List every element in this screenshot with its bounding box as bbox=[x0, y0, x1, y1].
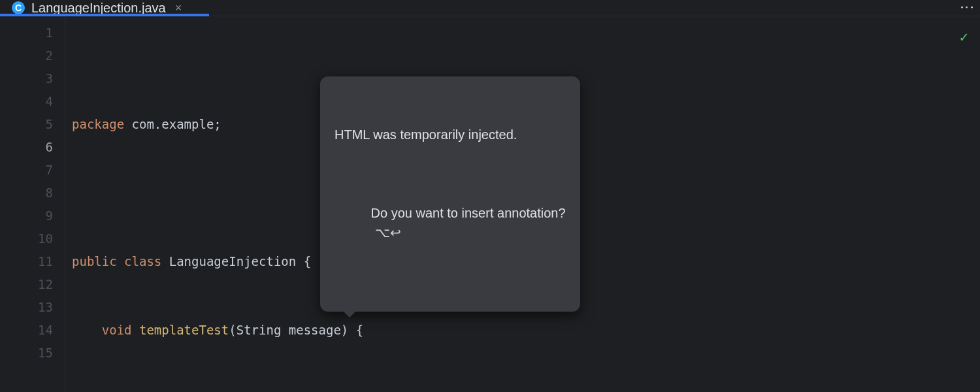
line-number[interactable]: 10 bbox=[0, 227, 53, 250]
line-number[interactable]: 15 bbox=[0, 342, 53, 365]
line-number[interactable]: 4 bbox=[0, 90, 53, 113]
line-number[interactable]: 2 bbox=[0, 44, 53, 67]
tab-bar: C LanguageInjection.java × ⋮ bbox=[0, 0, 980, 16]
popup-line2: Do you want to insert annotation? ⌥↩ bbox=[335, 184, 566, 262]
line-number[interactable]: 12 bbox=[0, 273, 53, 296]
line-number[interactable]: 13 bbox=[0, 296, 53, 319]
line-number[interactable]: 7 bbox=[0, 159, 53, 182]
shortcut-hint: ⌥↩ bbox=[375, 225, 401, 240]
line-number[interactable]: 3 bbox=[0, 67, 53, 90]
tab-filename: LanguageInjection.java bbox=[31, 1, 166, 16]
popup-question: Do you want to insert annotation? bbox=[371, 206, 566, 220]
code-line: void templateTest(String message) { bbox=[71, 319, 980, 342]
gutter: 1 2 3 4 5 6 7 8 9 10 11 12 13 14 15 bbox=[0, 16, 65, 392]
popup-line1: HTML was temporarily injected. bbox=[335, 125, 566, 144]
line-number[interactable]: 14 bbox=[0, 319, 53, 342]
line-number[interactable]: 9 bbox=[0, 204, 53, 227]
line-number[interactable]: 6 bbox=[0, 136, 53, 159]
editor-window: C LanguageInjection.java × ⋮ 1 2 3 4 5 6… bbox=[0, 0, 980, 392]
line-number[interactable]: 5 bbox=[0, 113, 53, 136]
file-tab[interactable]: C LanguageInjection.java × bbox=[0, 0, 196, 16]
tabbar-spacer bbox=[196, 0, 954, 16]
close-icon[interactable]: × bbox=[172, 1, 185, 15]
line-number[interactable]: 11 bbox=[0, 250, 53, 273]
more-menu-icon[interactable]: ⋮ bbox=[954, 0, 980, 16]
code-line: String html = STR.""" bbox=[71, 387, 980, 392]
code-area[interactable]: ✓ package com.example; public class Lang… bbox=[65, 16, 980, 392]
line-number[interactable]: 1 bbox=[0, 22, 53, 44]
code-editor[interactable]: 1 2 3 4 5 6 7 8 9 10 11 12 13 14 15 ✓ pa… bbox=[0, 16, 980, 392]
line-number[interactable]: 8 bbox=[0, 182, 53, 204]
class-icon: C bbox=[12, 1, 25, 14]
analysis-ok-icon[interactable]: ✓ bbox=[960, 25, 968, 48]
injection-hint-popup[interactable]: HTML was temporarily injected. Do you wa… bbox=[320, 76, 580, 312]
